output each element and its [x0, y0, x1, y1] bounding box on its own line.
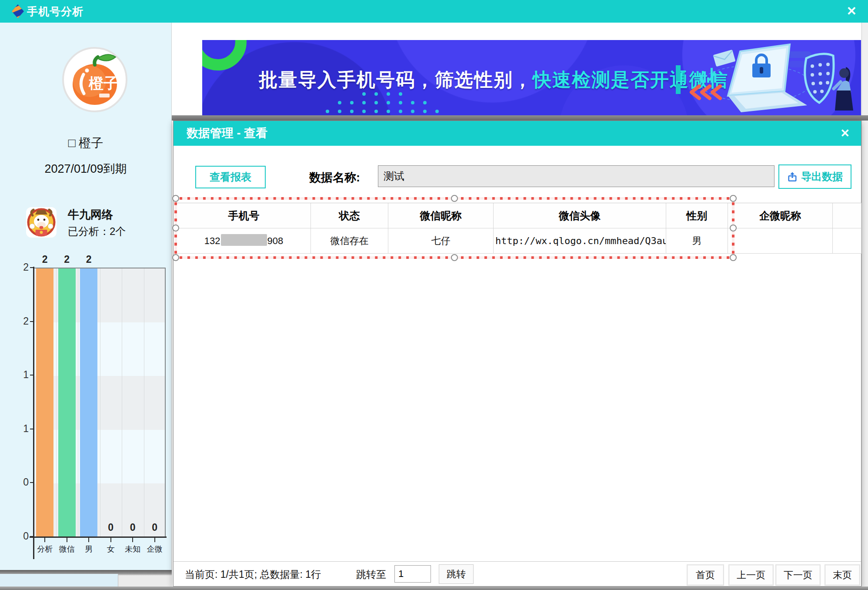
cell-wecom-nickname [728, 228, 833, 254]
banner-security-illustration [675, 40, 858, 115]
chart-gridline [122, 268, 122, 536]
col-header-wechat-avatar: 微信头像 [494, 203, 666, 228]
scrollbar-thumb[interactable] [0, 574, 118, 587]
chart-ytick-label: 2 [10, 315, 29, 327]
app-logo-icon [11, 4, 24, 20]
banner-headline: 批量导入手机号码，筛选性别，快速检测是否开通微信 [259, 67, 728, 93]
dialog-title: 数据管理 - 查看 [187, 121, 267, 146]
chart-bar-微信 [58, 268, 76, 536]
col-header-extra [833, 203, 861, 228]
window-right-edge [861, 23, 868, 587]
chart-xtick-mark [88, 538, 89, 542]
chart-ytick-mark [30, 429, 34, 429]
title-bar: 手机号分析 ✕ [0, 0, 868, 23]
page-summary: 当前页: 1/共1页; 总数据量: 1行 [185, 568, 321, 581]
chart-xtick-mark [110, 538, 111, 542]
sidebar: 橙子 □ 橙子 2027/01/09到期 牛九网络 已分析：2个 2211002… [0, 23, 172, 590]
chart-ytick-label: 0 [10, 476, 29, 488]
window-bottom-edge [0, 587, 868, 590]
cell-wechat-nickname: 七仔 [388, 228, 494, 254]
chart-ytick-mark [30, 482, 34, 483]
selection-handle-top-middle[interactable] [451, 195, 458, 202]
chart-xtick-mark [132, 538, 133, 542]
dialog-close-icon[interactable]: ✕ [840, 121, 850, 146]
chart-plot-area [34, 268, 166, 536]
chart-value-label: 2 [79, 254, 98, 265]
first-page-button[interactable]: 首页 [687, 564, 724, 586]
last-page-button[interactable]: 末页 [825, 564, 860, 586]
data-table: 手机号 状态 微信昵称 微信头像 性别 企微昵称 132908 微信存在 七仔 … [177, 203, 861, 254]
chart-value-label: 0 [123, 522, 142, 533]
sidebar-horizontal-scrollbar[interactable] [0, 570, 172, 587]
jump-page-input[interactable] [394, 565, 431, 583]
selection-handle-bottom-left[interactable] [172, 254, 179, 261]
next-page-button[interactable]: 下一页 [775, 564, 821, 586]
col-header-wecom-nickname: 企微昵称 [728, 203, 833, 228]
sidebar-bar-chart: 2211002分析2微信2男0女0未知0企微 [0, 23, 171, 590]
table-row[interactable]: 132908 微信存在 七仔 http://wx.qlogo.cn/mmhead… [177, 228, 861, 254]
banner-dots-decoration [312, 91, 455, 115]
data-name-input[interactable] [378, 165, 775, 187]
chart-value-label: 0 [101, 522, 120, 533]
chart-ytick-label: 1 [10, 369, 29, 381]
chart-xlabel-企微: 企微 [142, 544, 168, 554]
chart-xtick-mark [154, 538, 155, 542]
view-report-button[interactable]: 查看报表 [195, 166, 266, 188]
selection-handle-top-left[interactable] [172, 195, 179, 202]
chart-gridline [144, 268, 144, 536]
chart-xtick-mark [67, 538, 67, 542]
jump-to-label: 跳转至 [356, 568, 386, 581]
window-close-icon[interactable]: ✕ [847, 0, 857, 23]
col-header-wechat-nickname: 微信昵称 [388, 203, 494, 228]
data-name-label: 数据名称: [309, 170, 360, 185]
banner-headline-white: 批量导入手机号码，筛选性别， [259, 69, 533, 90]
phone-prefix: 132 [204, 235, 220, 246]
cell-avatar-url: http://wx.qlogo.cn/mmhead/Q3au… [494, 228, 666, 254]
chart-ytick-mark [30, 321, 34, 322]
chart-ytick-mark [30, 267, 34, 268]
chart-y-axis [33, 267, 34, 559]
chart-ytick-label: 0 [10, 530, 29, 542]
data-management-dialog: 数据管理 - 查看 ✕ 查看报表 数据名称: 导出数据 手机号 状态 微信昵称 … [173, 121, 861, 587]
jump-button[interactable]: 跳转 [439, 564, 474, 584]
export-button-label: 导出数据 [801, 171, 843, 182]
export-data-button[interactable]: 导出数据 [778, 164, 851, 189]
chart-value-label: 2 [35, 254, 54, 265]
chart-ytick-label: 2 [10, 261, 29, 273]
phone-suffix: 908 [267, 235, 284, 246]
selection-handle-bottom-middle[interactable] [451, 254, 458, 261]
cell-gender: 男 [666, 228, 728, 254]
phone-redaction-box [221, 234, 267, 246]
chart-gridline [56, 268, 57, 536]
chart-ytick-label: 1 [10, 423, 29, 435]
banner-green-ring-decoration [202, 40, 247, 70]
window-title: 手机号分析 [27, 0, 83, 23]
chart-ytick-mark [30, 536, 34, 537]
prev-page-button[interactable]: 上一页 [728, 564, 774, 586]
promo-banner[interactable]: 批量导入手机号码，筛选性别，快速检测是否开通微信 [202, 40, 861, 115]
table-header-row: 手机号 状态 微信昵称 微信头像 性别 企微昵称 [177, 203, 861, 228]
chart-ytick-mark [30, 375, 34, 375]
pagination-footer: 当前页: 1/共1页; 总数据量: 1行 跳转至 跳转 首页 上一页 下一页 末… [174, 561, 861, 587]
col-header-phone: 手机号 [177, 203, 311, 228]
chart-gridline [100, 268, 100, 536]
col-header-status: 状态 [311, 203, 388, 228]
selection-handle-top-right[interactable] [730, 195, 737, 202]
selection-handle-middle-left[interactable] [172, 225, 179, 231]
selection-handle-middle-right[interactable] [730, 225, 737, 231]
export-icon [787, 171, 798, 182]
col-header-gender: 性别 [666, 203, 728, 228]
dialog-header: 数据管理 - 查看 ✕ [174, 121, 861, 146]
chart-xtick-mark [44, 538, 45, 542]
chart-gridline [78, 268, 78, 536]
chart-value-label: 0 [145, 522, 164, 533]
cell-extra [833, 228, 861, 254]
selection-handle-bottom-right[interactable] [730, 254, 737, 261]
cell-phone: 132908 [177, 228, 311, 254]
cell-status: 微信存在 [311, 228, 388, 254]
chart-bar-男 [80, 268, 97, 536]
modal-top-shadow [172, 115, 868, 121]
chart-x-axis [30, 536, 167, 538]
chart-value-label: 2 [57, 254, 77, 265]
chart-bar-分析 [36, 268, 53, 536]
